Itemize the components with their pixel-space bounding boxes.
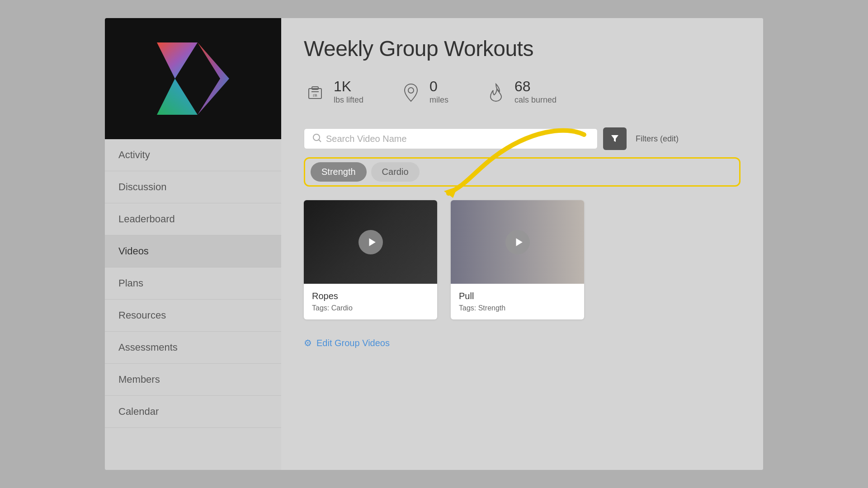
sidebar-item-calendar[interactable]: Calendar	[105, 396, 281, 428]
sidebar-item-members[interactable]: Members	[105, 364, 281, 396]
svg-point-8	[408, 88, 414, 93]
funnel-icon	[609, 133, 620, 144]
video-grid: Ropes Tags: Cardio Pull Tags: Strength	[304, 200, 741, 319]
stat-weight-text: 1K lbs lifted	[334, 79, 363, 105]
stat-calories-label: cals burned	[514, 95, 557, 105]
video-title-pull: Pull	[459, 291, 576, 301]
search-input-wrapper[interactable]	[304, 128, 598, 149]
video-thumbnail-ropes	[304, 200, 437, 284]
search-input[interactable]	[326, 134, 589, 144]
stat-weight-value: 1K	[334, 79, 363, 94]
page-title: Weekly Group Workouts	[304, 36, 741, 61]
stat-location-text: 0 miles	[429, 79, 448, 105]
filters-label: Filters (edit)	[636, 134, 679, 144]
main-content: Weekly Group Workouts LB KG 1K lbs lifte…	[281, 18, 763, 470]
video-info-pull: Pull Tags: Strength	[451, 284, 584, 319]
sidebar-item-discussion[interactable]: Discussion	[105, 171, 281, 203]
stat-calories: 68 cals burned	[485, 79, 557, 105]
svg-marker-2	[198, 42, 229, 115]
edit-group-videos-link[interactable]: ⚙ Edit Group Videos	[304, 338, 741, 348]
filter-section: Strength Cardio	[304, 157, 741, 187]
stat-weight: LB KG 1K lbs lifted	[304, 79, 363, 105]
svg-marker-1	[157, 79, 198, 115]
logo-area	[105, 18, 281, 139]
video-title-ropes: Ropes	[312, 291, 429, 301]
stat-location-label: miles	[429, 95, 448, 105]
sidebar-item-plans[interactable]: Plans	[105, 267, 281, 300]
stat-calories-value: 68	[514, 79, 557, 94]
search-icon	[312, 133, 321, 144]
video-info-ropes: Ropes Tags: Cardio	[304, 284, 437, 319]
sidebar: Activity Discussion Leaderboard Videos P…	[105, 18, 281, 470]
video-tags-ropes: Tags: Cardio	[312, 304, 429, 312]
stat-location-value: 0	[429, 79, 448, 94]
edit-group-videos-label: Edit Group Videos	[316, 338, 390, 348]
sidebar-nav: Activity Discussion Leaderboard Videos P…	[105, 139, 281, 470]
play-button-ropes[interactable]	[359, 230, 383, 254]
stat-location: 0 miles	[400, 79, 448, 105]
stat-calories-text: 68 cals burned	[514, 79, 557, 105]
svg-point-9	[313, 134, 320, 141]
video-tags-pull: Tags: Strength	[459, 304, 576, 312]
filter-button[interactable]	[603, 127, 627, 150]
video-card-pull[interactable]: Pull Tags: Strength	[451, 200, 584, 319]
filter-tags-box: Strength Cardio	[304, 157, 741, 187]
search-area: Filters (edit)	[304, 127, 741, 150]
gear-icon: ⚙	[304, 338, 312, 348]
stats-row: LB KG 1K lbs lifted 0	[304, 79, 741, 105]
filter-tag-strength[interactable]: Strength	[311, 162, 367, 182]
stat-weight-label: lbs lifted	[334, 95, 363, 105]
svg-marker-0	[157, 42, 198, 79]
filter-tag-cardio[interactable]: Cardio	[371, 162, 420, 182]
sidebar-item-assessments[interactable]: Assessments	[105, 332, 281, 364]
svg-marker-12	[369, 238, 375, 246]
video-thumbnail-pull	[451, 200, 584, 284]
play-button-pull[interactable]	[505, 230, 530, 254]
filters-edit-link[interactable]: edit	[663, 134, 676, 143]
sidebar-item-activity[interactable]: Activity	[105, 139, 281, 171]
svg-marker-11	[444, 187, 458, 198]
svg-marker-13	[516, 238, 522, 246]
app-container: Activity Discussion Leaderboard Videos P…	[105, 18, 763, 470]
sidebar-item-videos[interactable]: Videos	[105, 235, 281, 267]
svg-text:KG: KG	[313, 94, 316, 96]
fire-icon	[485, 80, 507, 104]
sidebar-item-resources[interactable]: Resources	[105, 300, 281, 332]
svg-line-10	[319, 140, 321, 142]
app-logo	[148, 33, 238, 124]
video-card-ropes[interactable]: Ropes Tags: Cardio	[304, 200, 437, 319]
location-icon	[400, 80, 422, 104]
sidebar-item-leaderboard[interactable]: Leaderboard	[105, 203, 281, 235]
weight-icon: LB KG	[304, 80, 326, 104]
